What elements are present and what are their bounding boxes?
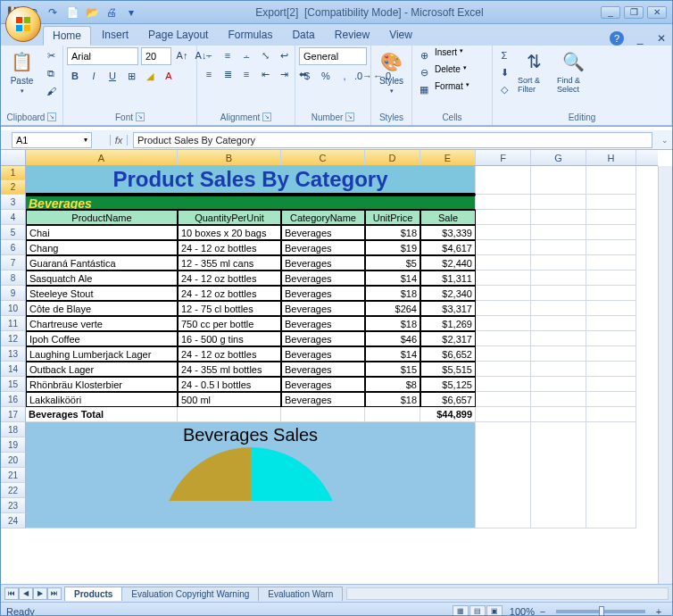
cell[interactable]: [476, 195, 531, 210]
tab-formulas[interactable]: Formulas: [219, 26, 281, 46]
cell[interactable]: 24 - 0.5 l bottles: [178, 377, 281, 392]
tab-page-layout[interactable]: Page Layout: [139, 26, 217, 46]
name-box[interactable]: A1▾: [12, 132, 92, 148]
prev-sheet-button[interactable]: ◀: [19, 587, 33, 600]
format-painter-button[interactable]: 🖌: [43, 83, 59, 99]
cell[interactable]: $18: [365, 225, 420, 240]
tab-review[interactable]: Review: [326, 26, 378, 46]
cell[interactable]: 24 - 12 oz bottles: [178, 271, 281, 286]
align-center-button[interactable]: ≣: [220, 66, 236, 82]
cell[interactable]: 24 - 355 ml bottles: [178, 362, 281, 377]
row-header-10[interactable]: 10: [1, 301, 26, 316]
cell[interactable]: $2,340: [420, 286, 476, 301]
cell[interactable]: [531, 166, 586, 195]
row-header-7[interactable]: 7: [1, 255, 26, 271]
cell[interactable]: 12 - 355 ml cans: [178, 255, 281, 271]
new-icon[interactable]: 📄: [65, 5, 79, 20]
cell[interactable]: [586, 255, 636, 271]
cell[interactable]: Beverages: [281, 362, 365, 377]
find-select-button[interactable]: 🔍 Find & Select: [555, 47, 591, 96]
cell[interactable]: Chai: [26, 225, 178, 240]
open-icon[interactable]: 📂: [85, 5, 99, 20]
align-bottom-button[interactable]: ⫠: [238, 47, 254, 63]
cell[interactable]: Côte de Blaye: [26, 301, 178, 316]
cell[interactable]: [531, 407, 586, 422]
cell[interactable]: [586, 286, 636, 301]
zoom-in-button[interactable]: +: [651, 604, 667, 617]
vertical-scrollbar[interactable]: [658, 166, 672, 584]
formula-input[interactable]: [133, 132, 652, 148]
italic-button[interactable]: I: [86, 68, 102, 84]
cell[interactable]: [476, 316, 531, 331]
cell[interactable]: Laughing Lumberjack Lager: [26, 346, 178, 362]
cell[interactable]: [476, 362, 531, 377]
cell[interactable]: Beverages: [281, 225, 365, 240]
sheet-tab-products[interactable]: Products: [64, 587, 122, 601]
cells-area[interactable]: Product Sales By CategoryBeveragesProduc…: [26, 166, 658, 529]
column-header-UnitPrice[interactable]: UnitPrice: [365, 210, 420, 225]
cell[interactable]: Guaraná Fantástica: [26, 255, 178, 271]
tab-view[interactable]: View: [380, 26, 421, 46]
cell[interactable]: $2,317: [420, 331, 476, 346]
restore-button[interactable]: ❐: [624, 6, 644, 19]
row-header-19[interactable]: 19: [1, 437, 26, 453]
align-left-button[interactable]: ≡: [201, 66, 217, 82]
quickprint-icon[interactable]: 🖨: [104, 5, 119, 20]
doc-close-icon[interactable]: ✕: [654, 31, 669, 46]
fill-button[interactable]: ⬇: [496, 64, 512, 80]
sheet-tab-evaluation-copyright-warning[interactable]: Evaluation Copyright Warning: [121, 587, 259, 601]
cell[interactable]: [531, 286, 586, 301]
close-button[interactable]: ✕: [647, 6, 667, 19]
cell[interactable]: [586, 316, 636, 331]
column-header-QuantityPerUnit[interactable]: QuantityPerUnit: [178, 210, 281, 225]
cell[interactable]: Chang: [26, 240, 178, 255]
row-header-20[interactable]: 20: [1, 453, 26, 468]
cell[interactable]: $19: [365, 240, 420, 255]
cell[interactable]: [476, 286, 531, 301]
col-header-D[interactable]: D: [365, 150, 420, 165]
ribbon-min-icon[interactable]: _: [633, 31, 647, 46]
cell[interactable]: [476, 377, 531, 392]
row-header-24[interactable]: 24: [1, 513, 26, 529]
increase-indent-button[interactable]: ⇥: [276, 66, 292, 82]
row-header-11[interactable]: 11: [1, 316, 26, 331]
cell[interactable]: $1,311: [420, 271, 476, 286]
styles-button[interactable]: 🎨 Styles ▾: [375, 47, 408, 96]
col-header-B[interactable]: B: [178, 150, 281, 165]
cell[interactable]: [476, 301, 531, 316]
cell[interactable]: $4,617: [420, 240, 476, 255]
select-all-corner[interactable]: [1, 150, 26, 165]
row-header-21[interactable]: 21: [1, 468, 26, 483]
row-header-9[interactable]: 9: [1, 286, 26, 301]
row-header-15[interactable]: 15: [1, 377, 26, 392]
col-header-F[interactable]: F: [476, 150, 531, 165]
row-header-13[interactable]: 13: [1, 346, 26, 362]
cell[interactable]: Chartreuse verte: [26, 316, 178, 331]
office-button[interactable]: [5, 6, 41, 42]
cell[interactable]: [531, 301, 586, 316]
cell[interactable]: [531, 240, 586, 255]
cell[interactable]: $264: [365, 301, 420, 316]
expand-formula-icon[interactable]: ⌄: [658, 136, 672, 145]
currency-button[interactable]: $: [299, 68, 315, 84]
cell[interactable]: Beverages: [281, 286, 365, 301]
launcher-icon[interactable]: ↘: [262, 112, 271, 121]
title-cell[interactable]: Product Sales By Category: [26, 166, 476, 195]
align-middle-button[interactable]: ≡: [220, 47, 236, 63]
cell[interactable]: [586, 377, 636, 392]
font-color-button[interactable]: A: [161, 68, 177, 84]
orientation-button[interactable]: ⤡: [257, 47, 273, 63]
cell[interactable]: $3,317: [420, 301, 476, 316]
section-header[interactable]: Beverages: [26, 195, 476, 210]
font-name-select[interactable]: [67, 47, 138, 65]
row-header-3[interactable]: 3: [1, 195, 26, 210]
column-header-CategoryName[interactable]: CategoryName: [281, 210, 365, 225]
cell[interactable]: Ipoh Coffee: [26, 331, 178, 346]
cell[interactable]: [586, 195, 636, 210]
col-header-G[interactable]: G: [531, 150, 586, 165]
cell[interactable]: Beverages: [281, 240, 365, 255]
cell[interactable]: Rhönbräu Klosterbier: [26, 377, 178, 392]
cell[interactable]: [531, 392, 586, 407]
cell[interactable]: 24 - 12 oz bottles: [178, 286, 281, 301]
zoom-slider[interactable]: [556, 610, 645, 613]
